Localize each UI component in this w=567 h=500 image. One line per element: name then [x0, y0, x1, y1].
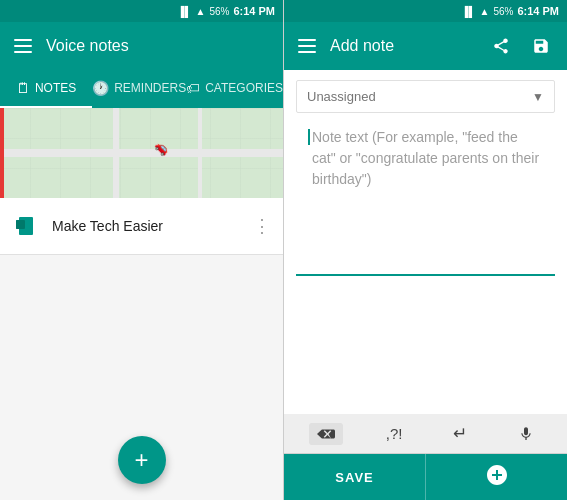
- share-icon: [492, 37, 510, 55]
- tab-notes-label: Notes: [35, 81, 76, 95]
- add-circle-icon: [485, 463, 509, 487]
- tabs-bar: 🗒 Notes 🕐 Reminders 🏷 Categories: [0, 70, 283, 108]
- left-header: Voice notes: [0, 22, 283, 70]
- save-action-label: SAVE: [335, 470, 373, 485]
- left-signal-icon: ▐▌: [177, 6, 191, 17]
- save-action-button[interactable]: SAVE: [284, 454, 426, 500]
- bottom-action-bar: SAVE: [284, 454, 567, 500]
- add-action-button[interactable]: [426, 454, 567, 500]
- punctuation-button[interactable]: ,?!: [378, 421, 411, 446]
- tab-categories-label: Categories: [205, 81, 283, 95]
- spacer: [284, 276, 567, 415]
- text-cursor: [308, 129, 310, 145]
- left-status-bar: ▐▌ ▲ 56% 6:14 PM: [0, 0, 283, 22]
- left-panel: ▐▌ ▲ 56% 6:14 PM Voice notes 🗒 Notes 🕐 R…: [0, 0, 284, 500]
- right-hamburger-menu[interactable]: [296, 37, 318, 55]
- right-ham-line-2: [298, 45, 316, 47]
- save-icon: [532, 37, 550, 55]
- ham-line-3: [14, 51, 32, 53]
- note-icon-svg: [15, 215, 37, 237]
- categories-tab-icon: 🏷: [186, 80, 200, 96]
- backspace-icon: [317, 427, 335, 441]
- punctuation-label: ,?!: [386, 425, 403, 442]
- note-list-item[interactable]: Make Tech Easier ⋮: [0, 198, 283, 255]
- right-header: Add note: [284, 22, 567, 70]
- ham-line-1: [14, 39, 32, 41]
- left-header-title: Voice notes: [46, 37, 271, 55]
- note-more-button[interactable]: ⋮: [253, 215, 271, 237]
- note-placeholder-text: Note text (For example, "feed the cat" o…: [312, 127, 543, 190]
- note-title: Make Tech Easier: [52, 218, 241, 234]
- svg-rect-2: [16, 220, 25, 229]
- mic-icon: [518, 424, 534, 444]
- add-action-icon: [485, 463, 509, 492]
- right-status-bar: ▐▌ ▲ 56% 6:14 PM: [284, 0, 567, 22]
- add-note-fab[interactable]: +: [118, 436, 166, 484]
- left-battery-label: 56%: [209, 6, 229, 17]
- right-wifi-icon: ▲: [480, 6, 490, 17]
- tab-notes[interactable]: 🗒 Notes: [0, 70, 92, 108]
- enter-button[interactable]: ↵: [445, 419, 475, 448]
- right-battery-label: 56%: [493, 6, 513, 17]
- right-ham-line-3: [298, 51, 316, 53]
- save-button[interactable]: [527, 32, 555, 60]
- add-note-header-title: Add note: [330, 37, 475, 55]
- fab-container: +: [0, 255, 283, 500]
- enter-icon: ↵: [453, 423, 467, 444]
- right-ham-line-1: [298, 39, 316, 41]
- map-road-vertical-1: [113, 108, 119, 198]
- right-panel-body: Unassigned ▼ Note text (For example, "fe…: [284, 70, 567, 500]
- note-text-input[interactable]: Note text (For example, "feed the cat" o…: [296, 119, 555, 276]
- backspace-button[interactable]: [309, 423, 343, 445]
- right-signal-icon: ▐▌: [461, 6, 475, 17]
- share-button[interactable]: [487, 32, 515, 60]
- ham-line-2: [14, 45, 32, 47]
- notes-tab-icon: 🗒: [16, 80, 30, 96]
- dropdown-arrow-icon: ▼: [532, 90, 544, 104]
- left-time: 6:14 PM: [233, 5, 275, 17]
- map-road-vertical-2: [198, 108, 202, 198]
- header-action-icons: [487, 32, 555, 60]
- mic-button[interactable]: [510, 420, 542, 448]
- reminders-tab-icon: 🕐: [92, 80, 109, 96]
- map-road-horizontal: [0, 149, 283, 157]
- note-type-icon: [12, 212, 40, 240]
- left-wifi-icon: ▲: [196, 6, 206, 17]
- hamburger-menu[interactable]: [12, 37, 34, 55]
- right-time: 6:14 PM: [517, 5, 559, 17]
- dropdown-selected-value: Unassigned: [307, 89, 376, 104]
- tab-reminders[interactable]: 🕐 Reminders: [92, 70, 186, 108]
- keyboard-toolbar: ,?! ↵: [284, 414, 567, 454]
- right-panel: ▐▌ ▲ 56% 6:14 PM Add note: [284, 0, 567, 500]
- tab-reminders-label: Reminders: [114, 81, 186, 95]
- category-dropdown[interactable]: Unassigned ▼: [296, 80, 555, 113]
- tab-categories[interactable]: 🏷 Categories: [186, 70, 283, 108]
- map-area: 🚗: [0, 108, 283, 198]
- map-red-bar: [0, 108, 4, 198]
